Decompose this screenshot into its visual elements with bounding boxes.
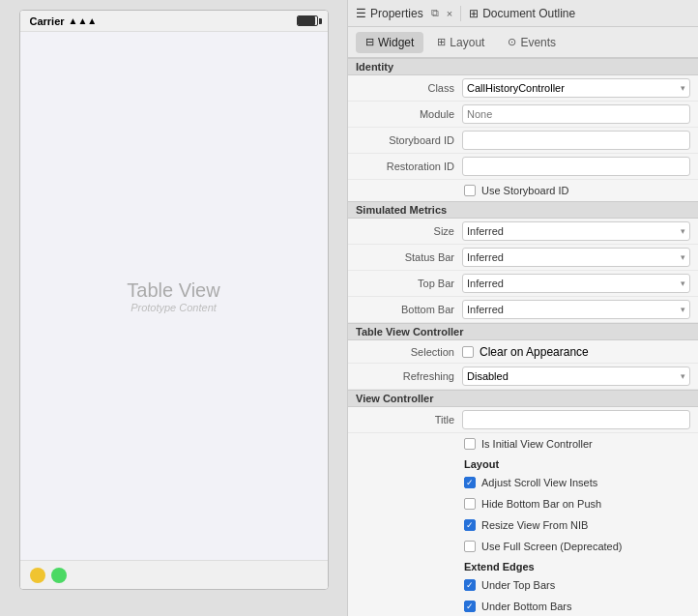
events-tab-label: Events (520, 36, 556, 49)
restoration-id-value (462, 157, 690, 176)
layout-sub-label: Layout (348, 455, 698, 472)
identity-label: Identity (356, 61, 393, 73)
full-screen-label: Use Full Screen (Deprecated) (481, 541, 623, 552)
panel-header: ☰ Properties ⧉ × ⊞ Document Outline (348, 0, 698, 27)
adjust-scroll-checkbox[interactable] (464, 477, 476, 488)
is-initial-label: Is Initial View Controller (481, 438, 593, 450)
module-value-container (462, 104, 690, 124)
size-value-container: Inferred ▾ (462, 221, 690, 241)
tabs-bar: ⊟ Widget ⊞ Layout ⊙ Events (348, 27, 698, 58)
adjust-scroll-row: Adjust Scroll View Insets (348, 472, 698, 493)
bottom-bar-select[interactable]: Inferred ▾ (462, 300, 690, 319)
size-row: Size Inferred ▾ (348, 219, 698, 245)
size-select-value: Inferred (467, 225, 504, 237)
wifi-icon: ▲▲▲ (69, 15, 98, 26)
table-view-label: Table View (127, 279, 219, 302)
widget-tab-icon: ⊟ (365, 36, 374, 48)
prototype-content-label: Prototype Content (131, 302, 217, 313)
refreshing-select[interactable]: Disabled ▾ (462, 367, 690, 386)
table-view-controller-section-header: Table View Controller (348, 323, 698, 340)
clear-on-appearance-label: Clear on Appearance (480, 345, 589, 359)
bottom-bar-value-container: Inferred ▾ (462, 300, 690, 319)
hide-bottom-bar-row: Hide Bottom Bar on Push (348, 493, 698, 514)
under-top-bars-row: Under Top Bars (348, 574, 698, 596)
selection-checkbox[interactable] (462, 346, 474, 358)
title-row: Title (348, 407, 698, 433)
restoration-id-label: Restoration ID (356, 161, 462, 172)
vc-title-value (462, 410, 690, 429)
under-bottom-bars-row: Under Bottom Bars (348, 596, 698, 616)
table-view-content: Table View Prototype Content (20, 32, 328, 560)
bottom-bar-row: Bottom Bar Inferred ▾ (348, 297, 698, 323)
document-outline-icon: ⊞ (469, 7, 479, 20)
tab-widget[interactable]: ⊟ Widget (356, 32, 423, 53)
under-bottom-bars-checkbox[interactable] (464, 601, 476, 612)
class-select-value: CallHistoryController (467, 82, 565, 94)
use-storyboard-checkbox[interactable] (464, 185, 476, 196)
view-controller-section-header: View Controller (348, 390, 698, 407)
top-bar-select[interactable]: Inferred ▾ (462, 274, 690, 293)
divider (460, 6, 461, 21)
storyboard-id-label: Storyboard ID (356, 134, 462, 146)
extend-edges-sub-label: Extend Edges (348, 557, 698, 574)
hide-bottom-bar-checkbox[interactable] (464, 498, 476, 510)
status-bar-label: Status Bar (356, 251, 462, 263)
storyboard-id-value (462, 131, 690, 150)
class-value-container: CallHistoryController ▾ (462, 78, 690, 98)
selection-value: Clear on Appearance (462, 345, 690, 359)
full-screen-checkbox[interactable] (464, 541, 476, 552)
identity-section-header: Identity (348, 58, 698, 75)
status-bar-select-value: Inferred (467, 251, 504, 263)
widget-tab-label: Widget (378, 36, 414, 49)
refreshing-select-value: Disabled (467, 370, 509, 382)
status-bar-row: Status Bar Inferred ▾ (348, 245, 698, 271)
resize-view-row: Resize View From NIB (348, 514, 698, 536)
status-bar-select[interactable]: Inferred ▾ (462, 248, 690, 267)
battery-icon (297, 15, 318, 26)
is-initial-checkbox[interactable] (464, 438, 476, 450)
refreshing-row: Refreshing Disabled ▾ (348, 364, 698, 390)
storyboard-id-row: Storyboard ID (348, 128, 698, 154)
size-select-arrow: ▾ (681, 226, 685, 236)
size-select[interactable]: Inferred ▾ (462, 221, 690, 241)
device-bottom-bar (20, 560, 328, 589)
class-select-arrow: ▾ (681, 83, 685, 93)
bottom-btn-green[interactable] (51, 568, 67, 583)
selection-label: Selection (356, 346, 462, 358)
close-panel-button[interactable]: × (447, 8, 452, 19)
top-bar-label: Top Bar (356, 278, 462, 289)
selection-row: Selection Clear on Appearance (348, 340, 698, 364)
resize-view-checkbox[interactable] (464, 519, 476, 531)
under-top-bars-checkbox[interactable] (464, 579, 476, 591)
class-select[interactable]: CallHistoryController ▾ (462, 78, 690, 98)
class-label: Class (356, 82, 462, 94)
full-screen-row: Use Full Screen (Deprecated) (348, 536, 698, 557)
module-input[interactable] (462, 104, 690, 124)
vc-title-input[interactable] (462, 410, 690, 429)
properties-content: Identity Class CallHistoryController ▾ M… (348, 58, 698, 616)
properties-icon: ☰ (356, 7, 366, 20)
properties-label: Properties (370, 7, 423, 20)
refreshing-value-container: Disabled ▾ (462, 367, 690, 386)
refreshing-select-arrow: ▾ (681, 371, 685, 381)
tab-layout[interactable]: ⊞ Layout (427, 32, 494, 53)
carrier-label: Carrier (30, 15, 65, 27)
tab-events[interactable]: ⊙ Events (498, 32, 566, 53)
bottom-btn-yellow[interactable] (30, 568, 45, 583)
document-outline-label: Document Outline (482, 7, 575, 20)
restoration-id-row: Restoration ID (348, 154, 698, 180)
detach-button[interactable]: ⧉ (431, 7, 439, 19)
under-bottom-bars-label: Under Bottom Bars (481, 601, 572, 612)
properties-panel: ☰ Properties ⧉ × ⊞ Document Outline ⊟ Wi… (348, 0, 698, 616)
top-bar-row: Top Bar Inferred ▾ (348, 271, 698, 297)
refreshing-label: Refreshing (356, 370, 462, 382)
events-tab-icon: ⊙ (508, 36, 516, 48)
top-bar-select-arrow: ▾ (681, 279, 685, 288)
layout-tab-icon: ⊞ (437, 36, 446, 48)
restoration-id-input[interactable] (462, 157, 690, 176)
size-label: Size (356, 225, 462, 237)
storyboard-id-input[interactable] (462, 131, 690, 150)
simulator-panel: Carrier ▲▲▲ Table View Prototype Content (0, 0, 348, 616)
class-row: Class CallHistoryController ▾ (348, 75, 698, 102)
top-bar-select-value: Inferred (467, 278, 504, 289)
